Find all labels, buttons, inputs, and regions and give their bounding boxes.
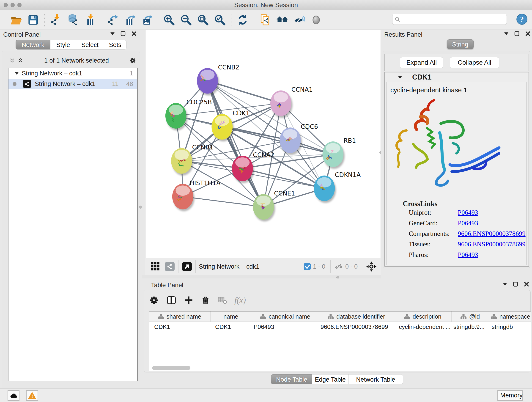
apply-layout-button[interactable] [235, 13, 250, 27]
table-horizontal-scrollbar[interactable] [152, 366, 190, 370]
column-header-description[interactable]: description [394, 312, 452, 322]
left-splitter-handle[interactable] [139, 206, 142, 209]
collapse-all-networks-icon[interactable] [10, 58, 14, 63]
tab-edge-table[interactable]: Edge Table [312, 374, 348, 384]
open-in-new-window-icon[interactable] [182, 261, 192, 272]
search-icon [395, 17, 401, 22]
table-row[interactable]: CDK1CDK1P064939606.ENSP00000378699cyclin… [149, 322, 531, 332]
tab-node-table[interactable]: Node Table [271, 374, 312, 384]
zoom-in-button[interactable] [162, 13, 177, 27]
export-image-icon [140, 14, 152, 26]
tab-style[interactable]: Style [51, 40, 76, 50]
tab-string[interactable]: String [447, 39, 474, 49]
column-header-label: database identifier [336, 313, 385, 320]
expand-all-button[interactable]: Expand All [400, 57, 443, 68]
network-edge[interactable] [207, 81, 264, 207]
collection-caret-icon[interactable] [15, 72, 19, 75]
gene-description: cyclin-dependent kinase 1 [390, 86, 467, 94]
network-canvas[interactable]: CCNB2CCNA1CDC25BCDC6RB1CCNB1CDK1CCNA2CDK… [145, 30, 381, 258]
delete-column-trash-icon[interactable] [201, 295, 210, 305]
hidden-count: 0 - 0 [345, 263, 358, 270]
export-network-button[interactable] [105, 13, 120, 27]
crosslink-value-link[interactable]: P06493 [458, 209, 478, 216]
import-table-file-button[interactable] [82, 13, 97, 27]
export-table-button[interactable] [122, 13, 137, 27]
crosslink-label: Pharos: [409, 251, 451, 259]
first-neighbors-icon [276, 14, 288, 26]
column-header-database-identifier[interactable]: database identifier [319, 312, 394, 322]
network-collection-row[interactable]: String Network – cdk1 1 [8, 68, 137, 79]
show-details-icon [310, 14, 322, 26]
crosslink-value-link[interactable]: 9606.ENSP00000378699 [458, 240, 526, 248]
import-network-file-button[interactable] [49, 13, 63, 27]
copy-views-button[interactable] [258, 13, 273, 27]
control-panel-title: Control Panel [3, 31, 41, 38]
section-caret-icon[interactable] [398, 76, 402, 79]
network-options-gear-icon[interactable] [128, 56, 137, 65]
panel-close-icon[interactable] [132, 31, 137, 36]
save-session-button[interactable] [26, 13, 41, 27]
zoom-selected-button[interactable] [213, 13, 227, 27]
application-window: Session: New Session ? Control Panel Net… [0, 0, 532, 402]
tab-select[interactable]: Select [76, 40, 104, 50]
selected-checkbox-icon[interactable] [303, 263, 311, 270]
show-details-button[interactable] [309, 13, 323, 27]
panel-float-icon[interactable] [120, 31, 126, 36]
cloud-status-button[interactable] [7, 390, 19, 401]
network-node-ccne1[interactable]: CCNE1 [253, 190, 295, 222]
help-button[interactable]: ? [516, 13, 528, 25]
warnings-button[interactable] [26, 390, 38, 401]
network-row[interactable]: String Network – cdk1 11 48 [8, 79, 137, 89]
crosslink-value-link[interactable]: P06493 [458, 219, 478, 227]
expand-all-networks-icon[interactable] [18, 58, 23, 63]
collapse-all-button[interactable]: Collapse All [450, 57, 499, 68]
table-settings-gear-icon[interactable] [149, 295, 159, 306]
network-edge[interactable] [183, 197, 264, 207]
panel-close-icon[interactable] [525, 31, 530, 36]
zoom-fit-button[interactable] [196, 13, 210, 27]
node-label: HIST1H1A [190, 179, 221, 186]
panel-float-icon[interactable] [514, 31, 519, 36]
crosslink-value-link[interactable]: P06493 [458, 251, 478, 259]
crosslinks-title: CrossLinks [403, 200, 437, 208]
search-input[interactable] [403, 15, 503, 23]
column-header-shared-name[interactable]: shared name [149, 312, 210, 322]
table-cell: stringdb:9... [452, 323, 489, 331]
hide-details-button[interactable] [292, 13, 307, 27]
panel-menu-caret-icon[interactable] [110, 32, 114, 35]
panel-close-icon[interactable] [524, 282, 529, 287]
panel-float-icon[interactable] [513, 282, 518, 287]
tab-network[interactable]: Network [16, 40, 51, 50]
column-header-canonical-name[interactable]: canonical name [251, 312, 319, 322]
network-node-rb1[interactable]: RB1 [322, 137, 356, 169]
panel-menu-caret-icon[interactable] [504, 32, 508, 35]
open-session-button[interactable] [9, 13, 24, 27]
crosslink-value-link[interactable]: 9606.ENSP00000378699 [458, 230, 526, 237]
network-share-icon[interactable] [165, 261, 175, 272]
tab-network-table[interactable]: Network Table [348, 374, 403, 384]
first-neighbors-button[interactable] [275, 13, 290, 27]
column-header-namespace[interactable]: namespace [489, 312, 531, 322]
network-node-cdc6[interactable]: CDC6 [280, 123, 318, 155]
import-network-database-button[interactable] [65, 13, 80, 27]
column-header-name[interactable]: name [210, 312, 251, 322]
grid-view-icon[interactable] [151, 262, 160, 271]
network-node-hist1h1a[interactable]: HIST1H1A [172, 179, 221, 211]
create-column-plus-icon[interactable] [184, 295, 194, 305]
zoom-out-button[interactable] [179, 13, 193, 27]
results-panel-title: Results Panel [384, 31, 423, 38]
collection-label: String Network – cdk1 [22, 70, 82, 77]
show-columns-icon[interactable] [166, 295, 177, 306]
export-image-button[interactable] [139, 13, 154, 27]
column-header--id[interactable]: @id [452, 312, 489, 322]
memory-button[interactable]: Memory [497, 390, 523, 401]
panel-menu-caret-icon[interactable] [503, 283, 507, 286]
table-cell: cyclin-dependent ... [394, 323, 452, 331]
network-node-cdkn1a[interactable]: CDKN1A [314, 171, 361, 203]
birds-eye-view-icon[interactable] [366, 261, 377, 272]
tab-sets[interactable]: Sets [104, 40, 127, 50]
crosslink-label: Tissues: [409, 240, 451, 248]
hidden-eye-slash-icon[interactable] [334, 262, 343, 271]
node-label: CDC25B [186, 99, 212, 106]
protein-structure-image [393, 96, 521, 195]
